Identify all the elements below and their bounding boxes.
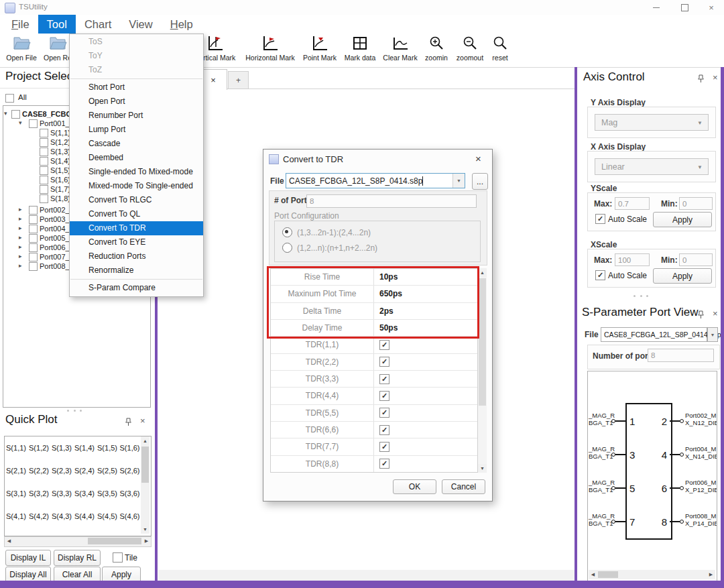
yscale-autoscale-checkbox[interactable]: ✓ <box>595 214 605 224</box>
scroll-thumb[interactable] <box>88 538 141 544</box>
file-combobox[interactable]: CASE8_FCBGA_12L_S8P_0414.s8p ▼ <box>286 173 465 188</box>
browse-button[interactable]: ... <box>472 173 488 190</box>
sparam-cell[interactable]: S(4,3) <box>50 505 74 528</box>
checkbox[interactable] <box>40 185 48 194</box>
table-row[interactable]: TDR(7,7)✓ <box>271 438 477 455</box>
table-row[interactable]: Delay Time50ps <box>271 320 477 337</box>
menu-item-sparam-compare[interactable]: S-Param Compare <box>70 281 203 295</box>
checkbox[interactable] <box>29 243 38 252</box>
right-splitter[interactable] <box>575 67 577 581</box>
sparam-cell[interactable]: S(3,1) <box>5 482 28 506</box>
toolbar-mark-data[interactable]: Mark data <box>342 34 378 65</box>
expand-icon[interactable]: ▸ <box>19 243 22 251</box>
dialog-close-icon[interactable]: × <box>475 153 481 164</box>
collapse-icon[interactable]: ▾ <box>19 119 22 127</box>
checkbox[interactable] <box>29 234 38 243</box>
sparam-cell[interactable]: S(2,1) <box>5 459 28 483</box>
menu-item-renumber-port[interactable]: Renumber Port <box>70 109 203 123</box>
scroll-right-icon[interactable]: ▶ <box>707 570 715 579</box>
sparam-cell[interactable]: S(3,5) <box>96 482 119 506</box>
splitter-grip[interactable] <box>634 295 648 297</box>
menu-item-deembed[interactable]: Deembed <box>70 151 203 165</box>
cancel-button[interactable]: Cancel <box>442 479 485 494</box>
menu-view[interactable]: View <box>120 15 161 34</box>
menu-item-reduction-ports[interactable]: Reduction Ports <box>70 249 203 263</box>
table-vscrollbar[interactable]: ▲ ▼ <box>478 268 487 473</box>
tab-close-icon[interactable]: × <box>210 75 216 85</box>
tdr-checkbox[interactable]: ✓ <box>379 425 389 435</box>
toolbar-clear-mark[interactable]: Clear Mark <box>381 34 420 65</box>
table-row[interactable]: TDR(3,3)✓ <box>271 371 477 388</box>
sparam-cell[interactable]: S(3,6) <box>119 482 141 506</box>
checkbox[interactable] <box>29 206 38 215</box>
combo-arrow-icon[interactable]: ▼ <box>707 327 718 342</box>
sparam-cell[interactable]: S(2,4) <box>73 459 97 483</box>
row-value[interactable]: 650ps <box>373 286 477 302</box>
checkbox[interactable] <box>29 253 38 261</box>
radio-odd-even[interactable] <box>282 227 292 237</box>
menu-item-open-port[interactable]: Open Port <box>70 95 203 109</box>
toolbar-reset[interactable]: reset <box>488 34 512 65</box>
sparam-cell[interactable]: S(4,4) <box>73 505 97 528</box>
table-row[interactable]: TDR(5,5)✓ <box>271 405 477 422</box>
sparam-cell[interactable]: S(5,1) <box>5 528 28 534</box>
row-value[interactable]: 10ps <box>373 269 477 285</box>
close-button[interactable]: × <box>700 1 723 14</box>
toolbar-zoomin[interactable]: zoomin <box>422 34 450 65</box>
sparam-cell[interactable]: S(1,1) <box>5 436 28 460</box>
sparam-cell[interactable]: S(3,3) <box>50 482 74 506</box>
scroll-down-icon[interactable]: ▼ <box>478 464 487 473</box>
tdr-checkbox[interactable]: ✓ <box>379 340 389 350</box>
pin-icon[interactable] <box>125 417 132 426</box>
port-count-input[interactable] <box>306 194 477 208</box>
expand-icon[interactable]: ▸ <box>19 252 22 261</box>
tile-checkbox[interactable] <box>113 552 123 563</box>
checkbox[interactable] <box>29 225 38 233</box>
table-row[interactable]: Rise Time10ps <box>271 269 477 286</box>
menu-item-convert-eye[interactable]: Convert To EYE <box>70 235 203 249</box>
sparam-cell[interactable]: S(2,2) <box>27 459 51 483</box>
combo-arrow-icon[interactable]: ▼ <box>452 174 465 188</box>
expand-icon[interactable]: ▸ <box>19 261 22 270</box>
toolbar-point-mark[interactable]: Point Mark <box>300 34 339 65</box>
sparam-cell[interactable]: S(1,2) <box>27 436 51 460</box>
yscale-apply-button[interactable]: Apply <box>653 212 712 227</box>
menu-item-lump-port[interactable]: Lump Port <box>70 123 203 137</box>
sparam-cell[interactable]: S(3,2) <box>27 482 51 506</box>
menu-item-mm-to-se[interactable]: Mixed-mode To Single-ended <box>70 179 203 193</box>
collapse-icon[interactable]: ▾ <box>4 109 7 118</box>
expand-icon[interactable]: ▸ <box>19 215 22 223</box>
checkbox[interactable] <box>40 148 48 156</box>
row-value[interactable]: 50ps <box>373 320 477 336</box>
display-il-button[interactable]: Display IL <box>5 550 51 566</box>
table-row[interactable]: TDR(1,1)✓ <box>271 337 477 353</box>
xscale-apply-button[interactable]: Apply <box>653 268 712 284</box>
sparam-cell[interactable]: S(4,6) <box>119 505 141 528</box>
sparam-cell[interactable]: S(1,3) <box>50 436 74 460</box>
menu-item-renormalize[interactable]: Renormalize <box>70 263 203 278</box>
menu-chart[interactable]: Chart <box>76 15 120 34</box>
panel-close-icon[interactable]: × <box>713 308 718 318</box>
table-row[interactable]: Maxinum Plot Time650ps <box>271 286 477 302</box>
table-row[interactable]: TDR(8,8)✓ <box>271 456 477 472</box>
tdr-checkbox[interactable]: ✓ <box>379 391 389 401</box>
tdr-checkbox[interactable]: ✓ <box>379 408 389 418</box>
sparam-cell[interactable]: S(4,5) <box>96 505 119 528</box>
xscale-max-input[interactable] <box>615 253 650 266</box>
scroll-up-icon[interactable]: ▲ <box>141 436 149 445</box>
sparam-cell[interactable]: S(3,4) <box>73 482 97 506</box>
sparam-cell[interactable]: S(5,5) <box>96 528 119 534</box>
checkbox[interactable] <box>29 262 38 271</box>
pin-icon[interactable] <box>697 74 705 82</box>
y-axis-select[interactable]: Mag ▼ <box>595 114 709 131</box>
menu-item-se-to-mm[interactable]: Single-ended To Mixed-mode <box>70 165 203 179</box>
num-port-input[interactable] <box>648 349 714 362</box>
scroll-left-icon[interactable]: ◀ <box>589 570 597 579</box>
menu-item-short-port[interactable]: Short Port <box>70 80 203 95</box>
sparam-cell[interactable]: S(2,3) <box>50 459 74 483</box>
panel-close-icon[interactable]: × <box>140 416 145 426</box>
ok-button[interactable]: OK <box>393 479 436 494</box>
row-value[interactable]: 2ps <box>373 303 477 319</box>
display-rl-button[interactable]: Display RL <box>54 550 101 566</box>
scroll-up-icon[interactable]: ▲ <box>478 268 487 277</box>
